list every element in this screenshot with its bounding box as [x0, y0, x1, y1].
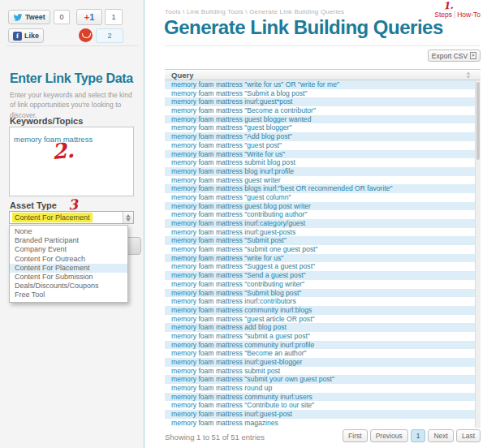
asset-type-option[interactable]: Free Tool [10, 291, 127, 299]
sort-icon[interactable] [466, 71, 471, 79]
asset-type-option[interactable]: Branded Participant [10, 236, 127, 245]
asset-type-option[interactable]: Company Event [10, 245, 127, 254]
handwritten-annotation-2: 2. [51, 138, 75, 165]
stumbleupon-icon[interactable] [79, 28, 93, 42]
export-icon [470, 52, 476, 59]
plusone-button[interactable]: +1 [76, 9, 102, 25]
keywords-label: Keywords/Topics [10, 116, 83, 126]
twitter-bird-icon [13, 14, 23, 21]
table-row[interactable]: memory foam mattress add blog post [165, 323, 481, 332]
like-label: Like [24, 32, 39, 40]
table-row[interactable]: memory foam mattress "Send a guest post" [165, 271, 481, 280]
table-row[interactable]: memory foam mattress inurl:guest-post [165, 410, 481, 419]
table-row[interactable]: memory foam mattress "contributing write… [165, 280, 481, 289]
table-row[interactable]: memory foam mattress inurl:guest*post [165, 97, 481, 106]
link-separator: | [454, 11, 455, 19]
table-row[interactable]: memory foam mattress "write for us" [165, 254, 481, 263]
table-row[interactable]: memory foam mattress "Add blog post" [165, 132, 481, 141]
table-row[interactable]: memory foam mattress "submit a guest pos… [165, 332, 481, 341]
keywords-input[interactable]: memory foam mattress 2. [9, 127, 134, 196]
asset-type-option[interactable]: Deals/Discounts/Coupons [10, 282, 127, 291]
tweet-button[interactable]: Tweet [8, 10, 50, 24]
asset-type-select[interactable]: Content For Placement [9, 211, 134, 224]
table-row[interactable]: memory foam mattress "Become a contribut… [165, 106, 481, 115]
sidebar-heading: Enter Link Type Data [10, 71, 133, 86]
page-button-next[interactable]: Next [428, 429, 453, 442]
stumble-count: 2 [96, 28, 123, 43]
export-csv-button[interactable]: Export CSV [428, 50, 481, 62]
table-row[interactable]: memory foam mattress "submit one guest p… [165, 245, 481, 254]
table-header[interactable]: Query [165, 69, 481, 80]
tweet-count: 0 [54, 10, 70, 24]
table-row[interactable]: memory foam mattress "Submit post" [165, 236, 481, 245]
asset-type-option[interactable]: Content For Submission [10, 273, 127, 282]
table-scrollbar[interactable] [475, 80, 481, 428]
page-button-first[interactable]: First [343, 429, 368, 442]
asset-type-option[interactable]: Content For Outreach [10, 255, 127, 264]
showing-entries-text: Showing 1 to 51 of 51 entries [165, 433, 265, 442]
like-button[interactable]: f Like [8, 28, 44, 43]
table-row[interactable]: memory foam mattress "Submit a blog post… [165, 89, 481, 98]
asset-type-option[interactable]: None [10, 227, 127, 236]
table-row[interactable]: memory foam mattress "Write for us" [165, 150, 481, 159]
table-row[interactable]: memory foam mattress inurl:guest-posts [165, 228, 481, 237]
export-csv-label: Export CSV [432, 52, 468, 60]
table-row[interactable]: memory foam mattress "write for us" OR "… [165, 80, 481, 89]
page-button-last[interactable]: Last [456, 429, 481, 442]
table-row[interactable]: memory foam mattress blog inurl:profile [165, 167, 481, 176]
scrollbar-thumb[interactable] [476, 82, 480, 160]
table-row[interactable]: memory foam mattress "submit your own gu… [165, 375, 481, 384]
page-button-previous[interactable]: Previous [370, 429, 408, 442]
table-row[interactable]: memory foam mattress community inurl:pro… [165, 341, 481, 350]
table-row[interactable]: memory foam mattress guest writer [165, 176, 481, 185]
table-row[interactable]: memory foam mattress submit post [165, 367, 481, 376]
asset-type-selected-value: Content For Placement [12, 213, 93, 222]
select-spinner-icon[interactable] [123, 212, 133, 223]
page-button-1[interactable]: 1 [411, 429, 426, 442]
table-row[interactable]: memory foam mattress submit blog post [165, 158, 481, 167]
column-header-query: Query [165, 71, 193, 80]
tweet-label: Tweet [25, 13, 45, 21]
table-row[interactable]: memory foam mattress guest blogger wante… [165, 115, 481, 124]
table-row[interactable]: memory foam mattress inurl:category/gues… [165, 219, 481, 228]
asset-type-list: NoneBranded ParticipantCompany EventCont… [9, 225, 128, 303]
table-row[interactable]: memory foam mattress community inurl:blo… [165, 306, 481, 315]
table-row[interactable]: memory foam mattress round up [165, 384, 481, 393]
page-title: Generate Link Building Queries [164, 16, 443, 39]
howto-link[interactable]: How-To [457, 11, 481, 19]
facebook-icon: f [13, 32, 22, 41]
table-row[interactable]: memory foam mattress "contributing autho… [165, 210, 481, 219]
table-row[interactable]: memory foam mattress community inurl:use… [165, 393, 481, 402]
table-row[interactable]: memory foam mattress blogs inurl:"best O… [165, 184, 481, 193]
plusone-count: 1 [105, 9, 123, 25]
asset-type-label: Asset Type 3 [10, 200, 57, 210]
table-row[interactable]: memory foam mattress "guest post" [165, 141, 481, 150]
asset-type-option[interactable]: Content For Placement [10, 264, 127, 273]
query-table-body: memory foam mattress "write for us" OR "… [165, 80, 481, 428]
pagination: FirstPrevious1NextLast [343, 429, 481, 442]
table-row[interactable]: memory foam mattress guest blog post wri… [165, 202, 481, 211]
table-row[interactable]: memory foam mattress inurl:guest-blogger [165, 358, 481, 367]
table-row[interactable]: memory foam mattress "Become an author" [165, 349, 481, 358]
table-row[interactable]: memory foam mattress inurl:contributors [165, 297, 481, 306]
breadcrumb: Tools \ Link Building Tools \ Generate L… [165, 8, 344, 15]
table-row[interactable]: memory foam mattress "Submit blog post" [165, 289, 481, 298]
table-row[interactable]: memory foam mattress "Suggest a guest po… [165, 262, 481, 271]
sidebar: Tweet 0 +1 1 f Like 2 Enter Link Type Da… [0, 0, 144, 448]
table-row[interactable]: memory foam mattress "Contribute to our … [165, 401, 481, 410]
table-row[interactable]: memory foam mattress "guest article OR p… [165, 315, 481, 324]
table-row[interactable]: memory foam mattress magazines [165, 419, 481, 428]
table-row[interactable]: memory foam mattress "guest column" [165, 193, 481, 202]
divider [165, 45, 481, 46]
query-table: Query memory foam mattress "write for us… [165, 69, 481, 428]
plusone-one: 1 [89, 12, 94, 22]
divider [6, 45, 138, 46]
table-row[interactable]: memory foam mattress "guest blogger" [165, 123, 481, 132]
